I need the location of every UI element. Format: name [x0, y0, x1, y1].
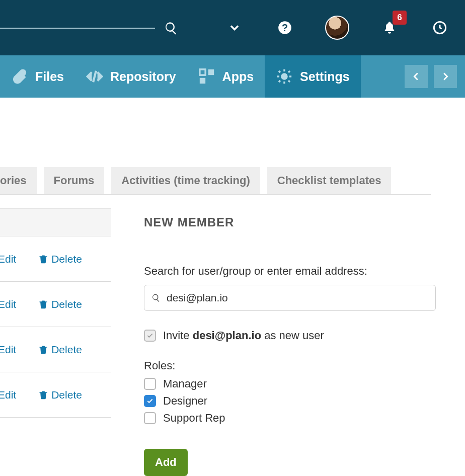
- trash-icon: [38, 390, 48, 400]
- members-list: Edit Delete Edit Delete Edit Delete: [0, 208, 111, 476]
- search-label: Search for user/group or enter email add…: [144, 265, 465, 278]
- nav-apps[interactable]: Apps: [187, 55, 265, 98]
- search-icon: [151, 293, 161, 302]
- global-search[interactable]: [0, 18, 181, 38]
- svg-rect-4: [208, 69, 213, 75]
- project-nav: Files Repository Apps Settings: [0, 55, 465, 98]
- invite-checkbox[interactable]: [144, 330, 156, 342]
- trash-icon: [38, 254, 48, 264]
- top-actions: ? 6: [224, 16, 450, 40]
- svg-rect-3: [199, 69, 205, 75]
- top-bar: ? 6: [0, 0, 465, 55]
- trash-icon: [38, 299, 48, 309]
- member-search-input[interactable]: desi@plan.io: [144, 285, 436, 311]
- delete-button[interactable]: Delete: [38, 389, 82, 401]
- nav-settings[interactable]: Settings: [265, 55, 361, 98]
- delete-button[interactable]: Delete: [38, 344, 82, 356]
- nav-scroll-left[interactable]: [405, 65, 428, 88]
- svg-text:?: ?: [282, 22, 288, 33]
- delete-button[interactable]: Delete: [38, 253, 82, 265]
- code-icon: [86, 68, 103, 85]
- svg-point-6: [282, 74, 287, 79]
- nav-scroll-right[interactable]: [434, 65, 457, 88]
- members-list-header: [0, 208, 111, 236]
- nav-repository[interactable]: Repository: [75, 55, 187, 98]
- trash-icon: [38, 345, 48, 355]
- paperclip-icon: [11, 68, 28, 85]
- table-row: Edit Delete: [0, 236, 111, 282]
- new-member-panel: NEW MEMBER Search for user/group or ente…: [111, 208, 465, 476]
- settings-content: ories Forums Activities (time tracking) …: [0, 98, 465, 476]
- subtab-forums[interactable]: Forums: [44, 167, 105, 194]
- subtab-checklist-templates[interactable]: Checklist templates: [267, 167, 392, 194]
- bell-icon[interactable]: 6: [379, 18, 400, 38]
- subtab-activities[interactable]: Activities (time tracking): [111, 167, 260, 194]
- delete-button[interactable]: Delete: [38, 298, 82, 310]
- edit-button[interactable]: Edit: [0, 253, 16, 265]
- panel-title: NEW MEMBER: [144, 215, 465, 229]
- search-icon[interactable]: [161, 18, 181, 38]
- role-label: Designer: [163, 394, 207, 408]
- add-button[interactable]: Add: [144, 449, 188, 476]
- table-row: Edit Delete: [0, 327, 111, 372]
- role-checkbox[interactable]: [144, 412, 156, 424]
- nav-scroll-arrows: [405, 65, 457, 88]
- edit-button[interactable]: Edit: [0, 389, 16, 401]
- table-row: Edit Delete: [0, 282, 111, 327]
- apps-icon: [198, 68, 215, 85]
- nav-files[interactable]: Files: [0, 55, 75, 98]
- invite-row: Invite desi@plan.io as new user: [144, 329, 465, 342]
- invite-text: Invite desi@plan.io as new user: [163, 329, 324, 342]
- nav-label: Files: [35, 69, 64, 84]
- avatar[interactable]: [325, 16, 349, 40]
- role-checkbox[interactable]: [144, 395, 156, 407]
- role-label: Support Rep: [163, 412, 225, 425]
- edit-button[interactable]: Edit: [0, 344, 16, 356]
- edit-button[interactable]: Edit: [0, 298, 16, 310]
- subtab-categories[interactable]: ories: [0, 167, 37, 194]
- nav-label: Apps: [222, 69, 254, 84]
- role-checkbox[interactable]: [144, 378, 156, 390]
- settings-sub-tabs: ories Forums Activities (time tracking) …: [0, 167, 431, 195]
- help-icon[interactable]: ?: [275, 18, 295, 38]
- clock-icon[interactable]: [430, 18, 450, 38]
- table-row: Edit Delete: [0, 372, 111, 418]
- role-designer: Designer: [144, 394, 465, 408]
- nav-label: Settings: [300, 69, 350, 84]
- dropdown-icon[interactable]: [224, 18, 245, 38]
- search-value: desi@plan.io: [167, 292, 428, 304]
- nav-label: Repository: [110, 69, 176, 84]
- notification-badge: 6: [393, 11, 407, 25]
- search-input-line: [0, 28, 155, 29]
- role-manager: Manager: [144, 377, 465, 390]
- gear-icon: [276, 68, 293, 85]
- role-label: Manager: [163, 377, 207, 390]
- role-support-rep: Support Rep: [144, 412, 465, 425]
- roles-label: Roles:: [144, 359, 465, 372]
- svg-rect-5: [199, 78, 205, 84]
